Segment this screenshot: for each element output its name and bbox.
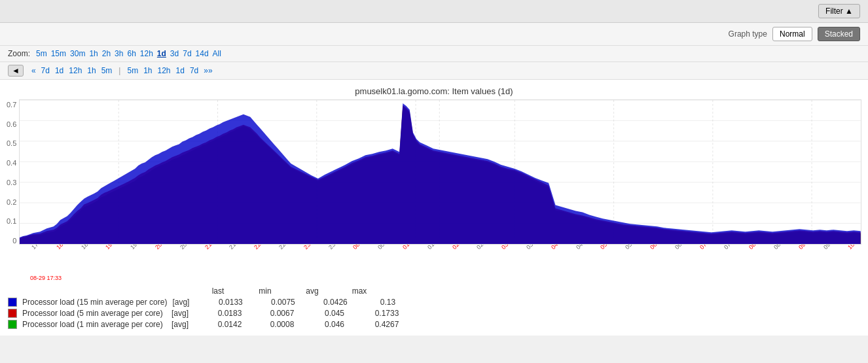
y-label-00: 0 bbox=[12, 237, 16, 245]
legend-color-green bbox=[8, 320, 17, 329]
legend-min-15min: 0.0075 bbox=[259, 298, 306, 307]
zoom-15m[interactable]: 15m bbox=[51, 49, 66, 58]
nav-double-right[interactable]: »» bbox=[204, 66, 212, 75]
nav-1d-right[interactable]: 1d bbox=[176, 66, 185, 75]
nav-1d-left[interactable]: 1d bbox=[55, 66, 63, 75]
y-label-06: 0.6 bbox=[7, 120, 16, 128]
legend-header-last: last bbox=[194, 286, 242, 296]
legend-color-red bbox=[8, 309, 17, 318]
legend-name-1min: Processor load (1 min average per core) bbox=[22, 320, 166, 329]
legend-avg-1min: 0.046 bbox=[311, 320, 358, 329]
legend-header-row: last min avg max bbox=[165, 286, 860, 296]
zoom-5m[interactable]: 5m bbox=[36, 49, 47, 58]
time-axis: 17:33 18:00 18:30 19:00 19:30 20:00 20:3… bbox=[30, 245, 861, 273]
nav-7d-right[interactable]: 7d bbox=[190, 66, 198, 75]
legend-last-5min: 0.0183 bbox=[206, 309, 253, 318]
zoom-1h[interactable]: 1h bbox=[89, 49, 98, 58]
legend-name-5min: Processor load (5 min average per core) bbox=[22, 309, 166, 318]
zoom-12h[interactable]: 12h bbox=[140, 49, 153, 58]
stacked-button[interactable]: Stacked bbox=[818, 27, 860, 41]
nav-1h-left[interactable]: 1h bbox=[87, 66, 96, 75]
time-label-1: 18:00 bbox=[55, 245, 70, 251]
graph-type-bar: Graph type Normal Stacked bbox=[0, 23, 868, 46]
nav-separator: | bbox=[118, 66, 120, 75]
legend-area: last min avg max Processor load (15 min … bbox=[0, 281, 868, 336]
nav-12h-left[interactable]: 12h bbox=[69, 66, 82, 75]
filter-bar: Filter ▲ bbox=[0, 0, 868, 23]
chart-svg bbox=[19, 99, 861, 245]
y-label-03: 0.3 bbox=[7, 179, 16, 186]
nav-back-arrow[interactable]: ◄ bbox=[8, 65, 24, 77]
legend-tag-15min: [avg] bbox=[172, 298, 202, 307]
zoom-14d[interactable]: 14d bbox=[196, 49, 209, 58]
legend-row-green: Processor load (1 min average per core) … bbox=[8, 320, 860, 329]
nav-1h-right[interactable]: 1h bbox=[143, 66, 152, 75]
nav-bar: ◄ « 7d 1d 12h 1h 5m | 5m 1h 12h 1d 7d »» bbox=[0, 62, 868, 80]
blue-area bbox=[20, 103, 861, 244]
y-axis: 0.7 0.6 0.5 0.4 0.3 0.2 0.1 0 bbox=[7, 99, 19, 245]
legend-name-15min: Processor load (15 min average per core) bbox=[22, 298, 167, 307]
time-label-0: 17:33 bbox=[30, 245, 45, 251]
zoom-all[interactable]: All bbox=[213, 49, 221, 58]
zoom-30m[interactable]: 30m bbox=[70, 49, 85, 58]
zoom-2h[interactable]: 2h bbox=[102, 49, 111, 58]
y-label-01: 0.1 bbox=[7, 217, 16, 225]
chart-area: pmuselk01.la.gomo.com: Item values (1d) … bbox=[0, 80, 868, 281]
y-label-04: 0.4 bbox=[7, 159, 16, 167]
legend-max-1min: 0.4267 bbox=[363, 320, 410, 329]
zoom-label: Zoom: bbox=[8, 49, 30, 58]
nav-5m-right[interactable]: 5m bbox=[127, 66, 138, 75]
legend-header-avg: avg bbox=[289, 286, 336, 296]
legend-avg-5min: 0.045 bbox=[311, 309, 358, 318]
legend-header-max: max bbox=[336, 286, 383, 296]
y-label-07: 0.7 bbox=[7, 101, 16, 109]
legend-color-blue bbox=[8, 298, 17, 307]
legend-min-1min: 0.0008 bbox=[259, 320, 306, 329]
legend-last-1min: 0.0142 bbox=[206, 320, 253, 329]
legend-header-min: min bbox=[242, 286, 289, 296]
filter-button[interactable]: Filter ▲ bbox=[818, 4, 860, 18]
legend-row-blue: Processor load (15 min average per core)… bbox=[8, 298, 860, 307]
legend-row-red: Processor load (5 min average per core) … bbox=[8, 309, 860, 318]
chart-title: pmuselk01.la.gomo.com: Item values (1d) bbox=[7, 86, 861, 96]
legend-avg-15min: 0.0426 bbox=[312, 298, 359, 307]
graph-type-label: Graph type bbox=[729, 29, 767, 39]
nav-double-left[interactable]: « bbox=[31, 66, 36, 75]
normal-button[interactable]: Normal bbox=[772, 27, 812, 41]
legend-tag-5min: [avg] bbox=[172, 309, 201, 318]
zoom-7d[interactable]: 7d bbox=[183, 49, 191, 58]
chart-date-label: 08-29 17:33 bbox=[30, 275, 861, 281]
zoom-3h[interactable]: 3h bbox=[115, 49, 123, 58]
nav-12h-right[interactable]: 12h bbox=[158, 66, 171, 75]
legend-tag-1min: [avg] bbox=[172, 320, 201, 329]
zoom-1d[interactable]: 1d bbox=[157, 49, 166, 58]
zoom-3d[interactable]: 3d bbox=[170, 49, 179, 58]
legend-min-5min: 0.0067 bbox=[259, 309, 306, 318]
nav-5m-left[interactable]: 5m bbox=[101, 66, 113, 75]
legend-last-15min: 0.0133 bbox=[207, 298, 254, 307]
chart-svg-container bbox=[19, 99, 861, 245]
legend-max-15min: 0.13 bbox=[364, 298, 411, 307]
zoom-bar: Zoom: 5m 15m 30m 1h 2h 3h 6h 12h 1d 3d 7… bbox=[0, 46, 868, 62]
legend-max-5min: 0.1733 bbox=[363, 309, 410, 318]
nav-7d-left[interactable]: 7d bbox=[41, 66, 50, 75]
y-label-05: 0.5 bbox=[7, 139, 16, 147]
y-label-02: 0.2 bbox=[7, 198, 16, 206]
zoom-6h[interactable]: 6h bbox=[127, 49, 136, 58]
